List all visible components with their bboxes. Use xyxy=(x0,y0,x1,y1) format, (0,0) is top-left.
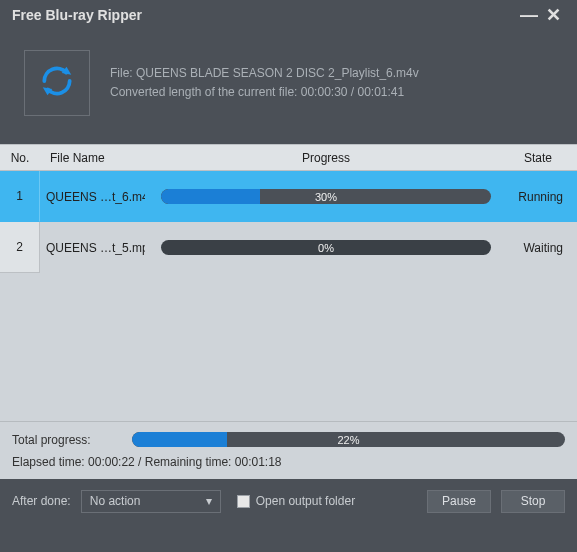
row-state: Waiting xyxy=(507,241,577,255)
row-progress-cell: 0% xyxy=(145,240,507,255)
total-progress-value: 22% xyxy=(132,432,565,447)
total-progress-label: Total progress: xyxy=(12,433,122,447)
file-info: File: QUEENS BLADE SEASON 2 DISC 2_Playl… xyxy=(110,64,419,102)
after-done-label: After done: xyxy=(12,494,71,508)
total-progress-bar: 22% xyxy=(132,432,565,447)
table-row[interactable]: 1QUEENS …t_6.m4v30%Running xyxy=(0,171,577,222)
row-progress-value: 30% xyxy=(161,189,491,204)
col-no-header: No. xyxy=(0,151,40,165)
file-line: File: QUEENS BLADE SEASON 2 DISC 2_Playl… xyxy=(110,64,419,83)
close-button[interactable]: ✕ xyxy=(541,3,565,27)
row-filename: QUEENS …t_6.m4v xyxy=(40,190,145,204)
row-progress-value: 0% xyxy=(161,240,491,255)
minimize-button[interactable]: — xyxy=(517,3,541,27)
after-done-value: No action xyxy=(90,494,141,508)
open-output-checkbox-container[interactable]: Open output folder xyxy=(237,494,355,508)
header-panel: File: QUEENS BLADE SEASON 2 DISC 2_Playl… xyxy=(0,30,577,144)
summary-panel: Total progress: 22% Elapsed time: 00:00:… xyxy=(0,421,577,479)
length-line: Converted length of the current file: 00… xyxy=(110,83,419,102)
after-done-select[interactable]: No action ▾ xyxy=(81,490,221,513)
row-state: Running xyxy=(507,190,577,204)
titlebar: Free Blu-ray Ripper — ✕ xyxy=(0,0,577,30)
row-number: 2 xyxy=(0,222,40,273)
open-output-checkbox[interactable] xyxy=(237,495,250,508)
row-progress-bar: 0% xyxy=(161,240,491,255)
stop-button[interactable]: Stop xyxy=(501,490,565,513)
row-progress-cell: 30% xyxy=(145,189,507,204)
window-title: Free Blu-ray Ripper xyxy=(12,7,517,23)
table-body: 1QUEENS …t_6.m4v30%Running2QUEENS …t_5.m… xyxy=(0,171,577,421)
action-bar: After done: No action ▾ Open output fold… xyxy=(0,479,577,523)
refresh-icon-box xyxy=(24,50,90,116)
col-progress-header: Progress xyxy=(145,151,507,165)
table-header: No. File Name Progress State xyxy=(0,144,577,171)
total-progress-row: Total progress: 22% xyxy=(12,432,565,447)
pause-button[interactable]: Pause xyxy=(427,490,491,513)
row-progress-bar: 30% xyxy=(161,189,491,204)
row-filename: QUEENS …t_5.mp4 xyxy=(40,241,145,255)
row-number: 1 xyxy=(0,171,40,222)
table-row[interactable]: 2QUEENS …t_5.mp40%Waiting xyxy=(0,222,577,273)
col-state-header: State xyxy=(507,151,577,165)
open-output-label: Open output folder xyxy=(256,494,355,508)
chevron-down-icon: ▾ xyxy=(206,494,212,508)
elapsed-remaining-line: Elapsed time: 00:00:22 / Remaining time:… xyxy=(12,455,565,469)
col-filename-header: File Name xyxy=(40,151,145,165)
refresh-icon xyxy=(38,62,76,104)
